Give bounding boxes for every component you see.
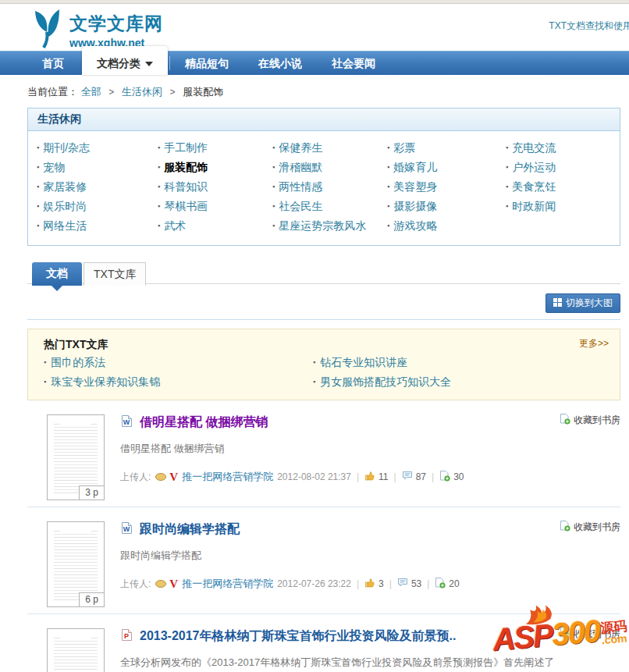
hot-txt-title: 热门TXT文库 [44,336,609,353]
category-link[interactable]: 美食烹饪 [504,177,556,197]
chevron-down-icon [145,62,153,66]
document-meta: 上传人: V 推一把网络营销学院 2012-07-26 23:22 3 53 [120,577,620,591]
category-link[interactable]: 科普知识 [156,177,271,197]
hot-txt-link[interactable]: 珠宝专业保养知识集锦 [44,372,313,392]
uploader-link[interactable]: 推一把网络营销学院 [182,470,273,484]
svg-text:P: P [124,632,129,640]
nav-item-doc-category[interactable]: 文档分类 [82,46,168,75]
category-link[interactable]: 两性情感 [271,177,386,197]
tab-documents[interactable]: 文档 [32,262,82,286]
favorite-to-shelf-link[interactable]: 收藏到书房 [560,413,620,427]
likes-stat: 11 [364,471,388,484]
category-link[interactable]: 保健养生 [271,138,386,158]
document-row: 6 p W 跟时尚编辑学搭配 跟时尚编辑学搭配 上传人: V 推一把网络营销学院… [27,507,620,614]
breadcrumb-link-all[interactable]: 全部 [81,86,101,98]
nav-item-novels[interactable]: 在线小说 [243,52,317,75]
breadcrumb: 当前位置： 全部 生活休闲 服装配饰 [27,85,629,99]
breadcrumb-current: 服装配饰 [183,86,223,98]
uploader-label: 上传人: [120,578,151,591]
leaf-logo-icon [26,9,66,52]
category-link[interactable]: 时政新闻 [504,197,556,216]
uploader-link[interactable]: 推一把网络营销学院 [182,577,273,591]
upload-date: 2012-08-02 21:37 [277,471,351,482]
document-title-link[interactable]: 2013-2017年格林纳丁斯珠宝首饰行业投资风险及前景预.. [140,628,456,645]
category-link[interactable]: 宠物 [35,158,156,177]
thumbs-up-icon [364,471,375,484]
category-link[interactable]: 网络生活 [35,216,156,236]
main-nav: 首页 文档分类 精品短句 在线小说 社会要闻 [0,51,629,75]
document-thumbnail[interactable]: 3 p [47,414,105,500]
breadcrumb-separator [170,87,176,98]
category-link[interactable]: 手工制作 [156,138,271,158]
category-link[interactable]: 游戏攻略 [386,216,504,236]
word-doc-icon: W [120,521,133,538]
grid-view-icon [553,298,562,309]
doc-add-icon [435,577,446,591]
category-link[interactable]: 摄影摄像 [386,197,504,216]
comment-icon [397,578,408,590]
document-thumbnail[interactable]: 6 p [47,521,105,607]
breadcrumb-link-life[interactable]: 生活休闲 [122,86,162,98]
breadcrumb-label: 当前位置： [27,86,78,98]
word-doc-icon: W [120,414,133,431]
category-link[interactable]: 充电交流 [504,138,556,158]
comments-stat: 53 [397,578,421,590]
document-row: 3 p W 借明星搭配 做捆绑营销 借明星搭配 做捆绑营销 上传人: V 推一把… [27,400,620,507]
pdf-doc-icon: P [120,628,133,645]
category-link[interactable]: 武术 [156,216,271,236]
comment-icon [402,471,413,483]
txt-help-link[interactable]: TXT文档查找和使用 [549,20,629,33]
doc-add-icon [560,413,570,427]
page-count-badge: 3 p [79,485,104,500]
category-link[interactable]: 彩票 [386,138,504,158]
document-thumbnail[interactable] [47,628,105,672]
tab-txt-library[interactable]: TXT文库 [84,262,146,286]
category-link[interactable]: 美容塑身 [386,177,504,197]
verified-icon: V [169,578,178,591]
upload-date: 2012-07-26 23:22 [277,578,351,589]
category-box-title: 生活休闲 [28,108,620,131]
collect-stat: 20 [435,577,459,591]
uploader-badge-icon [155,580,166,588]
category-link[interactable]: 户外运动 [504,158,556,177]
comments-stat: 87 [402,471,426,483]
category-link[interactable]: 琴棋书画 [156,197,271,216]
svg-text:W: W [123,525,130,533]
document-description: 全球分析网发布的《2013-2017年格林纳丁斯珠宝首饰行业投资风险及前景预测报… [120,655,561,672]
divider [27,319,620,320]
document-description: 跟时尚编辑学搭配 [120,548,561,564]
doc-add-icon [560,520,570,534]
more-link[interactable]: 更多>> [579,337,609,350]
document-title-link[interactable]: 借明星搭配 做捆绑营销 [140,414,268,431]
flame-icon [520,600,569,630]
page-count-badge: 6 p [79,592,104,606]
thumbs-up-icon [364,578,375,591]
document-meta: 上传人: V 推一把网络营销学院 2012-08-02 21:37 11 87 [120,470,620,484]
hot-txt-link[interactable]: 男女服饰搭配技巧知识大全 [313,372,582,392]
hot-txt-link[interactable]: 钻石专业知识讲座 [313,353,582,372]
category-link[interactable]: 家居装修 [35,177,156,197]
category-link[interactable]: 滑稽幽默 [271,158,386,177]
document-description: 借明星搭配 做捆绑营销 [120,441,561,457]
site-header: 文学文库网 www.xqhw.net TXT文档查找和使用 [0,4,629,51]
switch-to-large-view-button[interactable]: 切换到大图 [545,293,620,313]
category-link[interactable]: 婚嫁育儿 [386,158,504,177]
doc-add-icon [439,470,450,484]
category-link[interactable]: 娱乐时尚 [35,197,156,216]
nav-item-quotes[interactable]: 精品短句 [170,52,243,75]
breadcrumb-separator [108,87,114,98]
tab-pointer-icon [52,286,62,291]
list-toolbar: 切换到大图 [27,293,620,312]
favorite-to-shelf-link[interactable]: 收藏到书房 [560,520,620,534]
nav-item-home[interactable]: 首页 [27,52,79,75]
likes-stat: 3 [364,578,384,591]
collect-stat: 30 [439,470,464,484]
site-name: 文学文库网 [69,12,163,36]
nav-item-news[interactable]: 社会要闻 [317,52,390,75]
hot-txt-link[interactable]: 围巾的系法 [44,353,313,372]
category-link[interactable]: 社会民生 [271,197,386,216]
category-link[interactable]: 星座运势宗教风水 [271,216,386,236]
document-title-link[interactable]: 跟时尚编辑学搭配 [140,521,240,538]
category-link[interactable]: 期刊/杂志 [35,138,156,158]
hot-txt-box: 热门TXT文库 更多>> 围巾的系法 珠宝专业保养知识集锦 钻石专业知识讲座 男… [27,329,620,400]
